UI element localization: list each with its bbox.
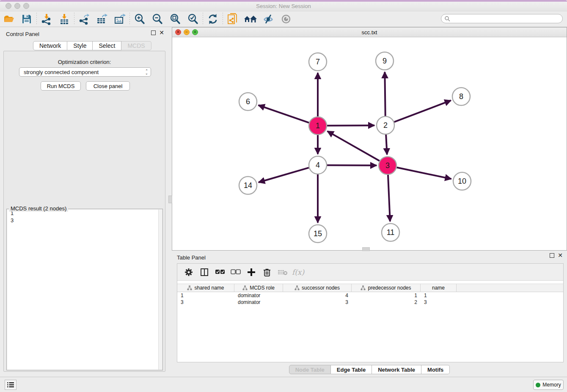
graph-node-15[interactable]: 15: [309, 225, 327, 243]
memory-button[interactable]: Memory: [533, 380, 564, 390]
graphics-details-button[interactable]: [259, 12, 277, 26]
fx-icon: f(x): [292, 268, 304, 276]
birds-eye-view-button[interactable]: [277, 12, 295, 26]
column-header-shared-name[interactable]: shared name: [177, 284, 234, 292]
run-mcds-button[interactable]: Run MCDS: [41, 81, 81, 91]
graph-node-10[interactable]: 10: [453, 172, 471, 190]
close-panel-icon[interactable]: ✕: [558, 253, 563, 258]
network-view-window: × − + scc.txt 1234678910111415: [172, 27, 567, 251]
cell-successor-nodes[interactable]: 4: [283, 292, 352, 299]
delete-column-button[interactable]: [259, 265, 275, 279]
graph-node-1[interactable]: 1: [309, 117, 327, 135]
export-table-button[interactable]: [93, 12, 111, 26]
tab-network-table[interactable]: Network Table: [372, 365, 421, 374]
graph-edge-4-14[interactable]: [259, 168, 309, 182]
graph-edge-1-6[interactable]: [259, 105, 309, 122]
graph-edge-2-3[interactable]: [386, 135, 387, 155]
close-panel-icon[interactable]: ✕: [159, 30, 164, 35]
zoom-selected-button[interactable]: [184, 12, 202, 26]
tab-edge-table[interactable]: Edge Table: [331, 365, 372, 374]
open-folder-icon: [3, 14, 15, 25]
graph-edge-1-2[interactable]: [327, 125, 374, 126]
delete-table-icon: [278, 269, 288, 276]
table-row[interactable]: 3 dominator 3 2 3: [177, 299, 563, 306]
open-file-button[interactable]: [0, 12, 18, 26]
cell-predecessor-nodes[interactable]: 1: [352, 292, 421, 299]
graph-node-9[interactable]: 9: [376, 52, 394, 70]
tab-node-table[interactable]: Node Table: [289, 365, 331, 374]
zoom-fit-button[interactable]: [166, 12, 184, 26]
float-panel-icon[interactable]: [550, 253, 554, 258]
graph-node-8[interactable]: 8: [452, 88, 470, 105]
graph-node-14[interactable]: 14: [239, 177, 257, 194]
select-all-button[interactable]: [212, 265, 228, 279]
function-builder-button[interactable]: f(x): [290, 265, 306, 279]
cell-mcds-role[interactable]: dominator: [234, 299, 283, 306]
graph-node-2[interactable]: 2: [377, 116, 394, 134]
tab-motifs[interactable]: Motifs: [421, 365, 450, 374]
delete-table-button[interactable]: [275, 265, 290, 279]
window-title: Session: New Session: [0, 3, 567, 9]
panel-splitter-handle[interactable]: [168, 196, 172, 203]
deselect-all-button[interactable]: [228, 265, 243, 279]
export-network-button[interactable]: [75, 12, 93, 26]
main-titlebar: Session: New Session: [0, 2, 567, 11]
column-header-predecessor-nodes[interactable]: predecessor nodes: [352, 284, 421, 292]
export-network-icon: [78, 13, 90, 25]
cell-name[interactable]: 3: [421, 299, 457, 306]
panel-splitter-handle[interactable]: [362, 247, 370, 251]
graph-node-3[interactable]: 3: [379, 157, 396, 174]
graph-edge-3-11[interactable]: [388, 175, 390, 221]
mcds-result-list[interactable]: 1 3: [7, 210, 162, 370]
tab-select[interactable]: Select: [93, 41, 121, 50]
apply-layout-button[interactable]: [204, 12, 222, 26]
graph-node-11[interactable]: 11: [382, 224, 399, 241]
import-table-button[interactable]: [55, 12, 73, 26]
column-visibility-button[interactable]: [196, 265, 212, 279]
tab-style[interactable]: Style: [67, 41, 93, 50]
optimization-criterion-select[interactable]: strongly connected component ⌃⌃: [19, 67, 151, 77]
first-neighbors-button[interactable]: [242, 12, 259, 26]
close-panel-button[interactable]: Close panel: [86, 81, 130, 91]
search-box[interactable]: [441, 14, 563, 23]
save-session-button[interactable]: [18, 12, 36, 26]
cell-mcds-role[interactable]: dominator: [234, 292, 283, 299]
graph-node-7[interactable]: 7: [309, 53, 327, 71]
zoom-in-button[interactable]: [131, 12, 149, 26]
clone-network-button[interactable]: [224, 12, 242, 26]
graph-node-4[interactable]: 4: [309, 156, 327, 174]
hierarchy-icon: [361, 285, 366, 290]
search-input[interactable]: [450, 15, 562, 22]
graph-node-6[interactable]: 6: [239, 93, 257, 110]
column-header-name[interactable]: name: [421, 284, 457, 292]
show-panels-button[interactable]: [5, 380, 17, 390]
table-row[interactable]: 1 dominator 4 1 1: [177, 292, 563, 299]
cell-shared-name[interactable]: 3: [177, 299, 234, 306]
list-icon: [7, 382, 14, 388]
graph-edge-3-10[interactable]: [397, 168, 451, 179]
cell-successor-nodes[interactable]: 3: [283, 299, 352, 306]
graph-edge-4-3[interactable]: [327, 165, 377, 166]
tab-network[interactable]: Network: [33, 41, 67, 50]
refresh-icon: [207, 13, 219, 25]
zoom-out-button[interactable]: [149, 12, 166, 26]
result-item[interactable]: 3: [7, 217, 162, 224]
graph-edge-3-1[interactable]: [328, 131, 380, 161]
column-header-successor-nodes[interactable]: successor nodes: [283, 284, 352, 292]
table-panel-tabs: Node Table Edge Table Network Table Moti…: [172, 365, 567, 374]
graph-edge-2-8[interactable]: [394, 100, 451, 122]
cell-predecessor-nodes[interactable]: 2: [352, 299, 421, 306]
cell-name[interactable]: 1: [421, 292, 457, 299]
tab-mcds[interactable]: MCDS: [121, 41, 151, 50]
import-network-button[interactable]: [38, 12, 55, 26]
column-header-mcds-role[interactable]: MCDS role: [234, 284, 283, 292]
control-panel-tabs: Network Style Select MCDS: [33, 41, 151, 50]
float-panel-icon[interactable]: [151, 30, 156, 35]
table-settings-button[interactable]: [181, 265, 196, 279]
export-image-button[interactable]: [111, 12, 129, 26]
cell-shared-name[interactable]: 1: [177, 292, 234, 299]
graph-edge-2-9[interactable]: [385, 72, 385, 116]
result-scrollbar[interactable]: [158, 210, 162, 370]
add-column-button[interactable]: [243, 265, 259, 279]
network-canvas[interactable]: 1234678910111415: [172, 37, 567, 250]
